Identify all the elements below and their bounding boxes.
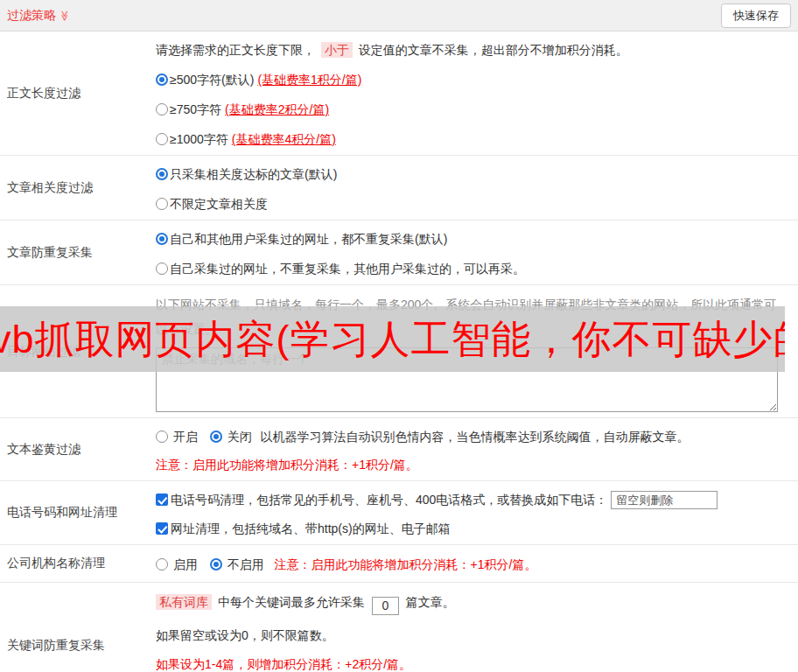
row-content: 开启 关闭 以机器学习算法自动识别色情内容，当色情概率达到系统阈值，自动屏蔽文章…	[156, 418, 798, 480]
checkbox-checked-icon[interactable]	[156, 522, 168, 535]
quick-save-button[interactable]: 快速保存	[721, 4, 791, 28]
length-option-500[interactable]: ≥500字符(默认) (基础费率1积分/篇)	[156, 71, 789, 88]
top-bar: 过滤策略 ≫ 快速保存	[0, 0, 798, 32]
company-note: 注意：启用此功能将增加积分消耗：+1积分/篇。	[275, 557, 537, 571]
row-content: 启用 不启用 注意：启用此功能将增加积分消耗：+1积分/篇。	[156, 545, 798, 582]
option-label[interactable]: 只采集相关度达标的文章(默认)	[170, 165, 337, 183]
keyword-note-zero: 如果留空或设为0，则不限篇数。	[156, 626, 789, 644]
option-label[interactable]: 自己和其他用户采集过的网址，都不重复采集(默认)	[170, 230, 447, 248]
row-label: 公司机构名称清理	[0, 545, 156, 582]
porn-filter-description: 以机器学习算法自动识别色情内容，当色情概率达到系统阈值，自动屏蔽文章。	[261, 430, 690, 444]
radio-checked-icon[interactable]	[210, 430, 222, 443]
option-label-off[interactable]: 关闭	[228, 430, 252, 444]
phone-cleanup-line: 电话号码清理，包括常见的手机号、座机号、400电话格式，或替换成如下电话：	[156, 490, 789, 509]
option-label[interactable]: 自己采集过的网址，不重复采集，其他用户采集过的，可以再采。	[170, 260, 525, 277]
option-label-on[interactable]: 开启	[173, 430, 198, 444]
keyword-limit-suffix: 篇文章。	[406, 595, 455, 609]
row-label: 电话号码和网址清理	[0, 481, 156, 544]
row-label: 文本鉴黄过滤	[0, 418, 156, 480]
row-body-length-filter: 正文长度过滤 请选择需求的正文长度下限， 小于 设定值的文章不采集，超出部分不增…	[0, 32, 798, 156]
dedup-option-self[interactable]: 自己采集过的网址，不重复采集，其他用户采集过的，可以再采。	[156, 260, 789, 277]
row-label: 文章相关度过滤	[0, 156, 156, 220]
row-content: 只采集相关度达标的文章(默认) 不限定文章相关度	[156, 156, 798, 220]
phone-cleanup-label[interactable]: 电话号码清理，包括常见的手机号、座机号、400电话格式，或替换成如下电话：	[171, 490, 607, 509]
marquee-ad-overlay: vb抓取网页内容(学习人工智能，你不可缺少的 P	[0, 306, 785, 372]
article-count-input[interactable]	[372, 597, 399, 615]
row-content: 请选择需求的正文长度下限， 小于 设定值的文章不采集，超出部分不增加积分消耗。 …	[156, 32, 798, 155]
radio-unchecked-icon[interactable]	[156, 430, 168, 443]
row-content: 电话号码清理，包括常见的手机号、座机号、400电话格式，或替换成如下电话： 网址…	[156, 481, 798, 544]
option-label-enable[interactable]: 启用	[173, 557, 198, 571]
url-cleanup-label[interactable]: 网址清理，包括纯域名、带http(s)的网址、电子邮箱	[171, 520, 451, 537]
dedup-option-global[interactable]: 自己和其他用户采集过的网址，都不重复采集(默认)	[156, 230, 789, 248]
option-label[interactable]: ≥750字符	[170, 101, 221, 118]
row-company-name-cleanup: 公司机构名称清理 启用 不启用 注意：启用此功能将增加积分消耗：+1积分/篇。	[0, 545, 798, 583]
row-content: 私有词库 中每个关键词最多允许采集 篇文章。 如果留空或设为0，则不限篇数。 如…	[156, 583, 798, 672]
company-options: 启用 不启用 注意：启用此功能将增加积分消耗：+1积分/篇。	[156, 556, 789, 573]
option-label[interactable]: 不限定文章相关度	[170, 195, 268, 213]
page-title[interactable]: 过滤策略 ≫	[7, 8, 71, 24]
option-label[interactable]: ≥1000字符	[170, 130, 228, 148]
radio-checked-icon[interactable]	[156, 74, 168, 86]
checkbox-checked-icon[interactable]	[156, 494, 168, 506]
row-porn-filter: 文本鉴黄过滤 开启 关闭 以机器学习算法自动识别色情内容，当色情概率达到系统阈值…	[0, 418, 798, 481]
less-than-badge: 小于	[321, 42, 353, 58]
url-cleanup-line: 网址清理，包括纯域名、带http(s)的网址、电子邮箱	[156, 520, 789, 537]
marquee-ad-text: vb抓取网页内容(学习人工智能，你不可缺少的 P	[0, 313, 785, 366]
length-intro: 请选择需求的正文长度下限， 小于 设定值的文章不采集，超出部分不增加积分消耗。	[156, 41, 789, 59]
row-dedup-collection: 文章防重复采集 自己和其他用户采集过的网址，都不重复采集(默认) 自己采集过的网…	[0, 220, 798, 285]
radio-checked-icon[interactable]	[210, 558, 222, 570]
radio-unchecked-icon[interactable]	[156, 198, 168, 210]
row-label: 关键词防重复采集	[0, 583, 156, 672]
row-keyword-dedup: 关键词防重复采集 私有词库 中每个关键词最多允许采集 篇文章。 如果留空或设为0…	[0, 583, 798, 672]
radio-unchecked-icon[interactable]	[156, 133, 168, 145]
row-content: 自己和其他用户采集过的网址，都不重复采集(默认) 自己采集过的网址，不重复采集，…	[156, 220, 798, 284]
page-title-text: 过滤策略	[7, 8, 56, 24]
row-label: 文章防重复采集	[0, 220, 156, 284]
keyword-note-fee: 如果设为1-4篇，则增加积分消耗：+2积分/篇。	[156, 655, 789, 672]
keyword-limit-text: 中每个关键词最多允许采集	[218, 595, 365, 609]
radio-checked-icon[interactable]	[156, 168, 168, 180]
length-option-750[interactable]: ≥750字符 (基础费率2积分/篇)	[156, 101, 789, 118]
row-relevance-filter: 文章相关度过滤 只采集相关度达标的文章(默认) 不限定文章相关度	[0, 156, 798, 220]
chevron-double-down-icon: ≫	[59, 10, 71, 21]
porn-filter-note: 注意：启用此功能将增加积分消耗：+1积分/篇。	[156, 456, 789, 473]
radio-unchecked-icon[interactable]	[156, 103, 168, 116]
keyword-limit-line: 私有词库 中每个关键词最多允许采集 篇文章。	[156, 593, 789, 615]
filter-strategy-page: 过滤策略 ≫ 快速保存 正文长度过滤 请选择需求的正文长度下限， 小于 设定值的…	[0, 0, 798, 672]
replacement-phone-input[interactable]	[611, 491, 718, 509]
row-label: 正文长度过滤	[0, 32, 156, 155]
intro-suffix: 设定值的文章不采集，超出部分不增加积分消耗。	[359, 43, 628, 57]
radio-unchecked-icon[interactable]	[156, 558, 168, 570]
radio-checked-icon[interactable]	[156, 233, 168, 245]
radio-unchecked-icon[interactable]	[156, 262, 168, 275]
relevance-option-strict[interactable]: 只采集相关度达标的文章(默认)	[156, 165, 789, 183]
private-lexicon-badge[interactable]: 私有词库	[156, 594, 212, 610]
option-label-disable[interactable]: 不启用	[228, 557, 264, 571]
length-option-1000[interactable]: ≥1000字符 (基础费率4积分/篇)	[156, 130, 789, 148]
relevance-option-any[interactable]: 不限定文章相关度	[156, 195, 789, 213]
row-phone-url-cleanup: 电话号码和网址清理 电话号码清理，包括常见的手机号、座机号、400电话格式，或替…	[0, 481, 798, 545]
fee-note: (基础费率4积分/篇)	[232, 130, 336, 148]
option-label[interactable]: ≥500字符(默认)	[170, 71, 254, 88]
intro-prefix: 请选择需求的正文长度下限，	[156, 43, 315, 57]
fee-note: (基础费率2积分/篇)	[225, 101, 329, 118]
fee-note: (基础费率1积分/篇)	[257, 71, 361, 88]
porn-filter-options: 开启 关闭 以机器学习算法自动识别色情内容，当色情概率达到系统阈值，自动屏蔽文章…	[156, 428, 789, 445]
